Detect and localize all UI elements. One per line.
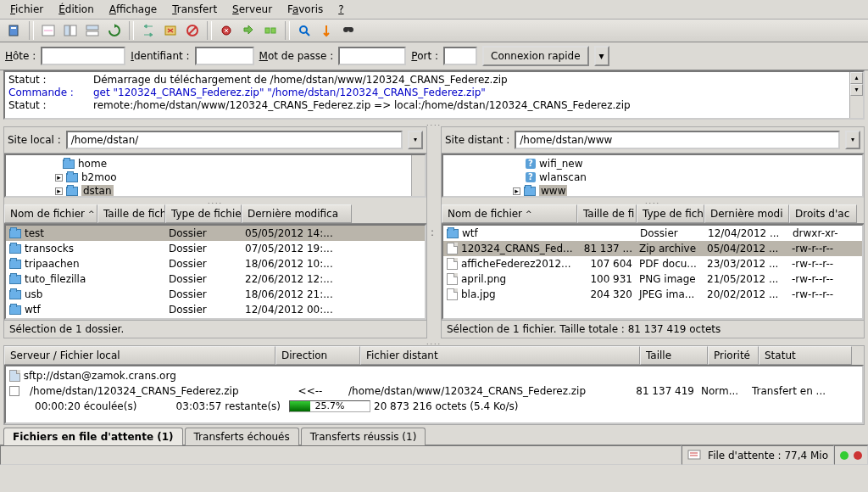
list-item[interactable]: 120324_CRANS_Fed...81 137 ...Zip archive… xyxy=(443,241,862,256)
server-icon xyxy=(9,370,20,382)
toggle-log-icon[interactable] xyxy=(39,21,58,40)
queue-remote-file: /home/dstan/www/120324_CRANS_Federez.zip xyxy=(338,385,626,397)
tree-item[interactable]: ▸www xyxy=(445,184,860,198)
host-input[interactable] xyxy=(41,47,125,65)
column-header[interactable]: Taille xyxy=(640,346,708,365)
folder-icon xyxy=(447,229,459,238)
splitter-h2[interactable] xyxy=(0,338,868,345)
column-header[interactable]: Fichier distant xyxy=(360,346,640,365)
menu-affichage[interactable]: Affichage xyxy=(106,2,160,17)
compare-icon[interactable] xyxy=(239,21,258,40)
queue-checkbox[interactable] xyxy=(9,386,19,396)
tree-item[interactable]: ▸b2moo xyxy=(8,171,423,184)
find-icon[interactable] xyxy=(339,21,358,40)
queue-progress: 25.7% xyxy=(289,400,370,412)
queue-direction: <<-- xyxy=(282,385,338,397)
column-header[interactable]: Dernière modi xyxy=(704,204,789,223)
splitter-h1[interactable] xyxy=(0,120,868,126)
local-tree[interactable]: home▸b2moo▸dstanlost+found xyxy=(4,154,426,198)
tree-item[interactable]: ▸dstan xyxy=(8,184,423,198)
log-scrollbar[interactable]: ▴▾ xyxy=(849,72,863,118)
folder-icon xyxy=(9,244,21,254)
local-list[interactable]: testDossier05/05/2012 14:...transocksDos… xyxy=(4,224,426,320)
menu-edition[interactable]: Édition xyxy=(55,2,97,17)
refresh-icon[interactable] xyxy=(105,21,124,40)
column-header[interactable]: Direction xyxy=(275,346,360,365)
local-path-combo[interactable]: /home/dstan/ xyxy=(66,131,403,149)
pass-input[interactable] xyxy=(338,47,406,65)
column-header[interactable]: Priorité xyxy=(708,346,759,365)
tab-queued[interactable]: Fichiers en file d'attente (1) xyxy=(3,428,183,445)
local-tree-scroll[interactable] xyxy=(411,155,425,196)
list-item[interactable]: tripaachenDossier18/06/2012 10:... xyxy=(6,256,425,271)
column-header[interactable]: Statut xyxy=(759,346,852,365)
filter-icon[interactable] xyxy=(295,21,314,40)
queue-body[interactable]: sftp://dstan@zamok.crans.org /home/dstan… xyxy=(4,365,864,424)
local-path-dropdown[interactable]: ▾ xyxy=(408,131,423,149)
tab-success[interactable]: Transferts réussis (1) xyxy=(301,428,426,445)
queue-server: sftp://dstan@zamok.crans.org xyxy=(24,370,176,382)
reconnect-icon[interactable] xyxy=(217,21,236,40)
menubar: Fichier Édition Affichage Transfert Serv… xyxy=(0,0,868,20)
manage-filter-icon[interactable] xyxy=(317,21,336,40)
splitter-v[interactable] xyxy=(431,126,437,338)
quickconnect-button[interactable]: Connexion rapide xyxy=(482,46,589,66)
list-item[interactable]: transocksDossier07/05/2012 19:... xyxy=(6,241,425,256)
remote-path-combo[interactable]: /home/dstan/www xyxy=(515,131,840,149)
local-tree-splitter[interactable] xyxy=(4,198,426,204)
remote-list[interactable]: wtfDossier12/04/2012 ...drwxr-xr-120324_… xyxy=(442,224,864,320)
toggle-tree-icon[interactable] xyxy=(61,21,80,40)
list-item[interactable]: april.png100 931PNG image21/05/2012 ...-… xyxy=(443,271,862,287)
column-header[interactable]: Droits d'ac xyxy=(789,204,857,223)
folder-icon xyxy=(66,187,78,196)
list-item[interactable]: usbDossier18/06/2012 21:... xyxy=(6,287,425,302)
quickconnect-dropdown[interactable]: ▾ xyxy=(594,46,609,66)
tree-item[interactable]: ?wlanscan xyxy=(445,171,860,184)
list-item[interactable]: wtfDossier12/04/2012 00:... xyxy=(6,302,425,317)
column-header[interactable]: Type de fich xyxy=(637,204,704,223)
folder-icon xyxy=(9,275,21,284)
remote-tree[interactable]: ?wifi_new?wlanscan▸www xyxy=(442,154,864,198)
remote-path-dropdown[interactable]: ▾ xyxy=(845,131,860,149)
remote-site-label: Site distant : xyxy=(445,134,509,146)
column-header[interactable]: Type de fichier xyxy=(165,204,242,223)
file-icon xyxy=(447,258,458,270)
folder-icon xyxy=(66,173,78,182)
tab-failed[interactable]: Transferts échoués xyxy=(185,428,299,445)
user-label: Identifiant : xyxy=(131,50,189,62)
menu-fichier[interactable]: Fichier xyxy=(7,2,47,17)
list-item[interactable]: testDossier05/05/2012 14:... xyxy=(6,226,425,241)
list-item[interactable]: bla.jpg204 320JPEG ima...20/02/2012 ...-… xyxy=(443,287,862,302)
list-item[interactable]: tuto_filezillaDossier22/06/2012 12:... xyxy=(6,271,425,287)
column-header[interactable]: Dernière modifica xyxy=(242,204,352,223)
list-item[interactable]: afficheFederez2012...107 604PDF docu...2… xyxy=(443,256,862,271)
sync-icon[interactable] xyxy=(261,21,280,40)
remote-status: Sélection de 1 fichier. Taille totale : … xyxy=(442,320,864,338)
column-header[interactable]: Taille de fi xyxy=(577,204,637,223)
port-label: Port : xyxy=(411,50,438,62)
menu-serveur[interactable]: Serveur xyxy=(229,2,275,17)
disconnect-icon[interactable] xyxy=(183,21,202,40)
local-list-header: Nom de fichier^Taille de fichType de fic… xyxy=(4,204,426,224)
list-item[interactable]: wtfDossier12/04/2012 ...drwxr-xr- xyxy=(443,226,862,241)
menu-favoris[interactable]: Favoris xyxy=(284,2,326,17)
port-input[interactable] xyxy=(443,47,477,65)
remote-tree-splitter[interactable] xyxy=(442,198,864,204)
menu-help[interactable]: ? xyxy=(335,2,347,17)
cancel-icon[interactable] xyxy=(161,21,180,40)
tree-item[interactable]: home xyxy=(8,157,423,171)
queue-bytes: 20 873 216 octets (5.4 Ko/s) xyxy=(374,400,519,412)
column-header[interactable]: Serveur / Fichier local xyxy=(4,346,275,365)
column-header[interactable]: Taille de fich xyxy=(97,204,165,223)
process-queue-icon[interactable] xyxy=(139,21,158,40)
column-header[interactable]: Nom de fichier^ xyxy=(4,204,97,223)
toggle-queue-icon[interactable] xyxy=(83,21,102,40)
sitemanager-icon[interactable] xyxy=(5,21,24,40)
tree-item[interactable]: ?wifi_new xyxy=(445,157,860,171)
remote-pane: Site distant : /home/dstan/www ▾ ?wifi_n… xyxy=(441,126,865,338)
menu-transfert[interactable]: Transfert xyxy=(169,2,220,17)
column-header[interactable]: Nom de fichier^ xyxy=(442,204,577,223)
queue-panel: Serveur / Fichier localDirectionFichier … xyxy=(3,345,865,425)
user-input[interactable] xyxy=(195,47,254,65)
svg-rect-1 xyxy=(11,27,16,29)
